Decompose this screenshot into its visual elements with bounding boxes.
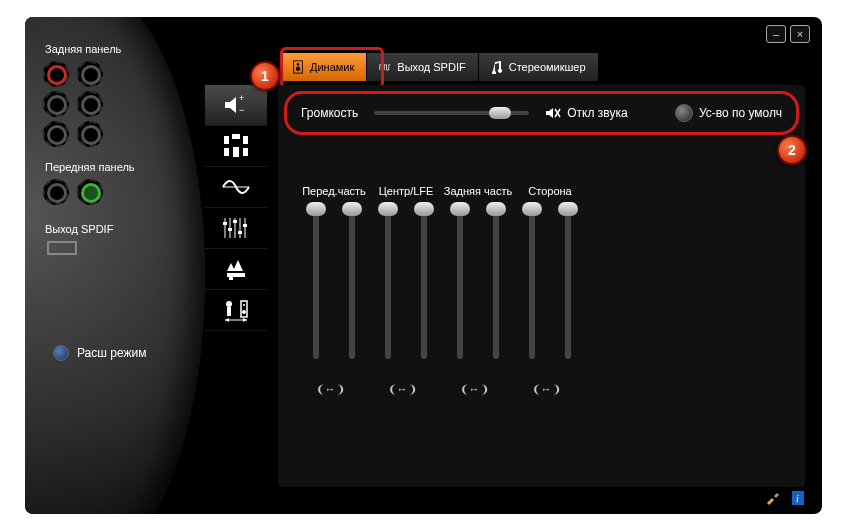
feature-environment[interactable] [205, 249, 267, 290]
default-device-toggle[interactable]: Ус-во по умолч [675, 104, 782, 122]
feature-volume[interactable]: +− [205, 85, 267, 126]
tab-speaker-label: Динамик [310, 61, 354, 73]
svg-text:+: + [239, 93, 244, 103]
svg-rect-5 [224, 136, 229, 144]
svg-point-1 [297, 63, 300, 66]
app-window: – × Задняя панель Передняя панель Выход … [25, 17, 822, 514]
annotation-badge-1: 1 [250, 61, 280, 91]
label-front: Перед.часть [298, 185, 370, 197]
footer-icons: i [764, 490, 806, 506]
svg-rect-17 [223, 222, 227, 225]
svg-rect-21 [243, 224, 247, 227]
svg-rect-27 [227, 307, 231, 316]
mute-toggle[interactable]: Откл звука [545, 106, 627, 120]
spdif-port[interactable] [47, 241, 77, 255]
svg-point-2 [296, 67, 300, 71]
svg-rect-18 [228, 228, 232, 231]
svg-rect-8 [224, 148, 229, 156]
svg-point-29 [243, 304, 245, 306]
window-controls: – × [766, 25, 810, 43]
slider-lfe[interactable] [421, 209, 427, 359]
info-icon[interactable]: i [790, 490, 806, 506]
close-button[interactable]: × [790, 25, 810, 43]
svg-rect-28 [241, 301, 247, 317]
tab-stereomixer[interactable]: Стереомикшер [479, 53, 599, 81]
svg-marker-23 [233, 260, 243, 271]
tab-spdif[interactable]: Выход SPDIF [367, 53, 478, 81]
label-rear: Задняя часть [442, 185, 514, 197]
back-panel-label: Задняя панель [45, 43, 213, 55]
jack-front-2[interactable] [77, 179, 103, 205]
feature-room-correction[interactable] [205, 290, 267, 331]
feature-effects[interactable] [205, 167, 267, 208]
jack-rear-2[interactable] [77, 61, 103, 87]
front-panel-label: Передняя панель [45, 161, 213, 173]
balance-side[interactable]: ❨↔❩ [530, 383, 562, 396]
environment-icon [221, 255, 251, 283]
balance-controls: ❨↔❩ ❨↔❩ ❨↔❩ ❨↔❩ [314, 383, 805, 396]
svg-text:i: i [796, 493, 799, 504]
device-tabs: Динамик Выход SPDIF Стереомикшер [280, 53, 599, 81]
tab-stereomixer-label: Стереомикшер [509, 61, 586, 73]
equalizer-icon [221, 214, 251, 242]
channel-sliders [298, 209, 805, 359]
advanced-mode-toggle[interactable]: Расш режим [53, 345, 146, 361]
jack-rear-3[interactable] [43, 91, 69, 117]
master-volume-slider[interactable] [374, 111, 529, 115]
jack-front-1[interactable] [43, 179, 69, 205]
svg-point-26 [226, 301, 232, 307]
jack-rear-5[interactable] [43, 121, 69, 147]
slider-center[interactable] [385, 209, 391, 359]
feature-equalizer[interactable] [205, 208, 267, 249]
balance-front[interactable]: ❨↔❩ [314, 383, 346, 396]
svg-rect-9 [243, 148, 248, 156]
speaker-icon [292, 60, 304, 74]
tab-spdif-label: Выход SPDIF [397, 61, 465, 73]
tab-speaker[interactable]: Динамик [280, 53, 367, 81]
mute-label: Откл звука [567, 106, 627, 120]
jack-rear-6[interactable] [77, 121, 103, 147]
default-device-label: Ус-во по умолч [699, 106, 782, 120]
balance-center[interactable]: ❨↔❩ [386, 383, 418, 396]
room-correction-icon [221, 296, 251, 324]
slider-side-right[interactable] [565, 209, 571, 359]
svg-rect-19 [233, 220, 237, 223]
svg-rect-6 [243, 136, 248, 144]
sine-wave-icon [221, 173, 251, 201]
svg-point-30 [242, 310, 246, 314]
feature-strip: +− [205, 85, 267, 331]
svg-marker-33 [243, 318, 247, 322]
slider-rear-right[interactable] [493, 209, 499, 359]
label-center: Центр/LFE [370, 185, 442, 197]
channel-labels: Перед.часть Центр/LFE Задняя часть Сторо… [298, 185, 805, 197]
jack-rear-1[interactable] [43, 61, 69, 87]
slider-rear-left[interactable] [457, 209, 463, 359]
svg-rect-25 [229, 277, 233, 280]
annotation-badge-2: 2 [777, 135, 807, 165]
spdif-wave-icon [379, 60, 391, 74]
volume-label: Громкость [301, 106, 358, 120]
slider-front-right[interactable] [349, 209, 355, 359]
svg-marker-32 [225, 318, 229, 322]
volume-icon: +− [221, 91, 251, 119]
minimize-button[interactable]: – [766, 25, 786, 43]
slider-side-left[interactable] [529, 209, 535, 359]
svg-rect-7 [232, 134, 240, 139]
volume-bar: Громкость Откл звука Ус-во по умолч [284, 91, 799, 135]
feature-speaker-config[interactable] [205, 126, 267, 167]
advanced-mode-label: Расш режим [77, 346, 146, 360]
jack-rear-4[interactable] [77, 91, 103, 117]
main-pane: Громкость Откл звука Ус-во по умолч Пере… [278, 85, 805, 487]
balance-rear[interactable]: ❨↔❩ [458, 383, 490, 396]
label-side: Сторона [514, 185, 586, 197]
svg-rect-24 [227, 273, 245, 277]
spdif-label: Выход SPDIF [45, 223, 213, 235]
slider-front-left[interactable] [313, 209, 319, 359]
svg-rect-20 [238, 231, 242, 234]
speaker-config-icon [221, 132, 251, 160]
settings-icon[interactable] [764, 490, 780, 506]
mute-icon [545, 106, 561, 120]
svg-text:−: − [239, 105, 244, 115]
advanced-mode-radio-icon [53, 345, 69, 361]
svg-rect-10 [233, 147, 239, 157]
